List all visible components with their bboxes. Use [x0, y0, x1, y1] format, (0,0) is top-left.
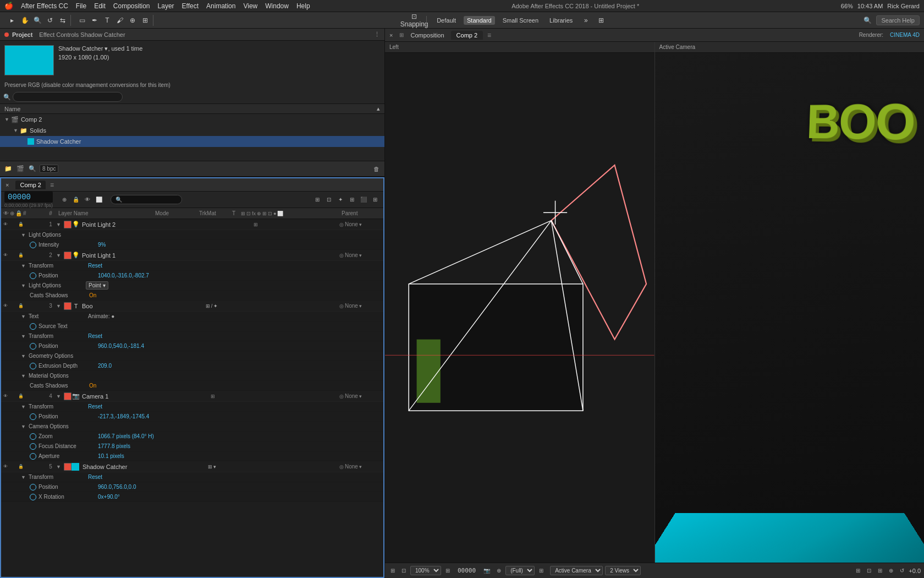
- position-2-value[interactable]: 1040.0,-316.0,-802.7: [98, 272, 149, 279]
- tool-text[interactable]: T: [102, 15, 113, 26]
- comp-preview-btn[interactable]: ⊞: [388, 566, 397, 575]
- lock-icon-1[interactable]: 🔒: [18, 221, 24, 228]
- prop-source-text-3[interactable]: Source Text: [1, 321, 383, 331]
- layer-5-color[interactable]: [64, 463, 72, 471]
- timeline-menu-icon[interactable]: ≡: [50, 181, 54, 189]
- layer-row-4[interactable]: 👁 🔒 4 ▼ 📷 Camera 1 ⊞ ◎ None ▾: [1, 391, 383, 402]
- layer-row-2[interactable]: 👁 🔒 2 ▼ 💡 Point Light 1 ◎ None ▾: [1, 250, 383, 261]
- layer-3-expand[interactable]: ▼: [56, 303, 64, 309]
- position-3-value[interactable]: 960.0,540.0,-181.4: [98, 343, 144, 349]
- position-stopwatch-5[interactable]: [30, 484, 36, 490]
- solo-icon-2[interactable]: [9, 252, 17, 259]
- comp-view-tab[interactable]: Comp 2: [451, 31, 483, 40]
- prop-transform-3[interactable]: ▼ Transform Reset: [1, 331, 383, 341]
- grid-btn[interactable]: ⊞: [854, 566, 862, 575]
- focus-value[interactable]: 1777.8 pixels: [98, 443, 130, 449]
- snap-toggle[interactable]: ⊡ Snapping: [409, 15, 420, 26]
- lock-icon-2[interactable]: 🔒: [18, 252, 24, 259]
- animate-text-btn[interactable]: Animate: ●: [88, 313, 114, 319]
- expand-icon[interactable]: ▼: [21, 232, 29, 238]
- tool-puppet[interactable]: ⊞: [140, 15, 151, 26]
- 3d-axis-btn[interactable]: ⊕: [887, 566, 895, 575]
- menu-edit[interactable]: Edit: [94, 2, 106, 10]
- timeline-search-input[interactable]: [111, 195, 182, 204]
- prop-position-3[interactable]: Position 960.0,540.0,-181.4: [1, 341, 383, 351]
- tl-toggle-solo[interactable]: ⊕: [59, 195, 69, 205]
- prop-zoom-4[interactable]: Zoom 1066.7 pixels (84.0° H): [1, 432, 383, 441]
- layer-row-1[interactable]: 👁 🔒 1 ▼ 💡 Point Light 2 ⊞: [1, 219, 383, 230]
- prop-transform-5[interactable]: ▼ Transform Reset: [1, 472, 383, 482]
- workspace-more[interactable]: »: [580, 15, 591, 26]
- sort-icon[interactable]: ▴: [377, 105, 380, 112]
- prop-light-options-2[interactable]: ▼ Light Options Point ▾: [1, 281, 383, 291]
- prop-light-options-1[interactable]: ▼ Light Options: [1, 230, 383, 240]
- layer-row-3[interactable]: 👁 🔒 3 ▼ T Boo ⊞/✦ ◎ None: [1, 301, 383, 312]
- search-help-field[interactable]: Search Help: [876, 15, 920, 25]
- tool-clone[interactable]: ⊕: [127, 15, 138, 26]
- extrusion-stopwatch[interactable]: [30, 363, 36, 369]
- menu-view[interactable]: View: [243, 2, 257, 10]
- expand-text-3[interactable]: ▼: [21, 314, 29, 319]
- comp-toggle-btn[interactable]: ⊡: [399, 566, 408, 575]
- reset-view-btn[interactable]: ↺: [898, 566, 906, 575]
- tl-toggle-shy[interactable]: 👁: [82, 195, 92, 205]
- position-stopwatch-4[interactable]: [30, 413, 36, 420]
- tool-select[interactable]: ▸: [7, 15, 18, 26]
- menu-effect[interactable]: Effect: [182, 2, 199, 10]
- casts-shadows-2-value[interactable]: On: [89, 292, 96, 298]
- eye-icon-5[interactable]: 👁: [2, 464, 9, 470]
- prop-focus-4[interactable]: Focus Distance 1777.8 pixels: [1, 441, 383, 451]
- prop-extrusion-3[interactable]: Extrusion Depth 209.0: [1, 361, 383, 371]
- comp-camera-btn[interactable]: 📷: [481, 566, 492, 575]
- prop-intensity-value[interactable]: 9%: [98, 242, 106, 248]
- quality-dropdown[interactable]: (Full): [505, 566, 535, 575]
- aperture-stopwatch[interactable]: [30, 453, 36, 460]
- position-stopwatch-2[interactable]: [30, 272, 36, 279]
- bpc-display[interactable]: 8 bpc: [40, 165, 58, 173]
- solo-icon-3[interactable]: [9, 302, 17, 310]
- tree-item-shadow-catcher[interactable]: ▶ Shadow Catcher: [0, 136, 384, 147]
- zoom-value[interactable]: 1066.7 pixels (84.0° H): [98, 433, 154, 439]
- prop-aperture-4[interactable]: Aperture 10.1 pixels: [1, 451, 383, 461]
- position-4-value[interactable]: -217.3,-1849,-1745.4: [98, 413, 149, 419]
- tl-motion-blur[interactable]: ⊞: [312, 195, 322, 205]
- menu-help[interactable]: Help: [296, 2, 310, 10]
- prop-intensity-1[interactable]: Intensity 9%: [1, 240, 383, 250]
- xrotation-stopwatch[interactable]: [30, 494, 36, 500]
- layer-row-5[interactable]: 👁 🔒 5 ▼ Shadow Catcher ⊞▾ ◎ No: [1, 461, 383, 472]
- layer-1-color[interactable]: [64, 221, 72, 228]
- timeline-close-btn[interactable]: ×: [6, 182, 9, 188]
- comp-toggle-2[interactable]: ⊞: [537, 566, 546, 575]
- casts-shadows-3-value[interactable]: On: [89, 383, 96, 389]
- eye-icon-1[interactable]: 👁: [2, 221, 9, 228]
- comp-menu-icon[interactable]: ≡: [487, 31, 491, 39]
- layer-1-expand[interactable]: ▼: [56, 222, 64, 227]
- menu-layer[interactable]: Layer: [158, 2, 174, 10]
- menu-file[interactable]: File: [76, 2, 86, 10]
- tl-toggle-lock[interactable]: 🔒: [71, 195, 81, 205]
- expand-geo-3[interactable]: ▼: [21, 353, 29, 359]
- eye-icon-3[interactable]: 👁: [2, 303, 9, 309]
- new-comp-btn[interactable]: 🎬: [15, 164, 25, 174]
- menu-aftereffects[interactable]: After Effects CC: [21, 2, 68, 10]
- workspace-default[interactable]: Default: [433, 16, 459, 25]
- layer-3-color[interactable]: [64, 302, 72, 310]
- eye-icon-2[interactable]: 👁: [2, 252, 9, 259]
- prop-xrotation-5[interactable]: X Rotation 0x+90.0°: [1, 492, 383, 502]
- prop-position-4[interactable]: Position -217.3,-1849,-1745.4: [1, 412, 383, 422]
- tool-pen[interactable]: ✒: [89, 15, 100, 26]
- tl-toggle-3d[interactable]: ⬜: [94, 195, 104, 205]
- renderer-value[interactable]: CINEMA 4D: [890, 32, 920, 38]
- eye-icon-4[interactable]: 👁: [2, 393, 9, 400]
- delete-btn[interactable]: 🗑: [371, 164, 381, 174]
- expand-mat-3[interactable]: ▼: [21, 373, 29, 379]
- prop-transform-2[interactable]: ▼ Transform Reset: [1, 261, 383, 271]
- position-stopwatch-3[interactable]: [30, 343, 36, 350]
- timecode-display[interactable]: 00000: [4, 192, 53, 203]
- expand-t4[interactable]: ▼: [21, 404, 29, 410]
- lock-icon-4[interactable]: 🔒: [18, 393, 24, 400]
- menu-animation[interactable]: Animation: [206, 2, 235, 10]
- extrusion-value[interactable]: 209.0: [98, 363, 112, 369]
- tree-item-solids[interactable]: ▼ 📁 Solids: [0, 125, 384, 136]
- layer-5-expand[interactable]: ▼: [56, 464, 64, 470]
